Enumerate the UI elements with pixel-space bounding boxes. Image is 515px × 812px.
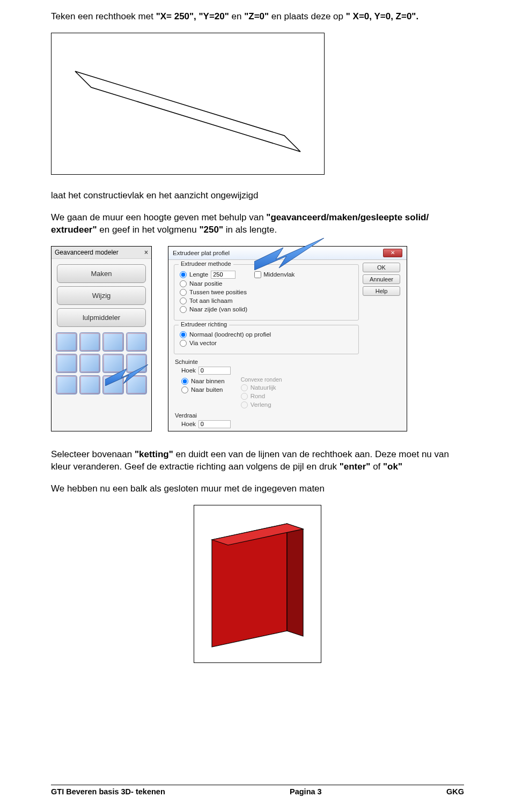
text: en geef in het volgmenu [97,225,200,235]
radio-input [241,393,248,400]
field-label: Hoek [181,421,196,427]
tool-icon[interactable] [56,375,77,394]
radio-input[interactable] [180,289,187,296]
radio-label: Verleng [251,401,271,408]
toolbox-panel: Geavanceerd modeler × Maken Wijzig lulpm… [51,246,152,431]
radio-input[interactable] [181,378,188,385]
radio-input[interactable] [180,331,187,338]
radio-label: Normaal (loodrecht) op profiel [189,331,271,338]
para-1: Teken een rechthoek met "X= 250", "Y=20"… [51,11,464,23]
close-icon[interactable]: × [144,249,148,256]
section-label: Verdraai [175,412,401,419]
radio-input[interactable] [181,386,188,393]
text-bold: " X=0, Y=0, Z=0". [346,11,418,21]
text: Teken een rechthoek met [51,11,156,21]
text-bold: "enter" [340,461,371,472]
text-bold: "ok" [383,461,402,472]
radio-label: Lengte [189,271,208,278]
tool-icon[interactable] [56,354,77,373]
section-label: Schuinte [175,359,401,365]
radio-positie[interactable]: Naar positie [180,280,353,287]
text-bold: "Z=0" [244,11,269,21]
hulpmiddelen-button[interactable]: lulpmiddeler [57,308,146,327]
text-bold: "250" [199,225,223,235]
radio-tussen[interactable]: Tussen twee posities [180,289,353,296]
verdraai-hoek-input[interactable] [198,420,231,428]
toolbox-title: Geavanceerd modeler [55,249,119,256]
radio-label: Natuurlijk [251,384,276,391]
figure-red-solid [194,505,321,663]
tool-icon[interactable] [79,354,101,373]
page-footer: GTI Beveren basis 3D- tekenen Pagina 3 G… [51,785,464,796]
radio-buiten[interactable]: Naar buiten [181,386,225,393]
radio-input[interactable] [180,297,187,304]
radio-rond: Rond [241,393,282,400]
radio-label: Rond [251,393,266,399]
extrude-dialog: Extrudeer plat profiel ✕ OK Annuleer Hel… [168,246,407,431]
figure-rectangle-strip [51,33,325,175]
window-close-icon[interactable]: ✕ [383,249,402,257]
arrow-icon [254,238,324,270]
tool-icon[interactable] [126,332,148,352]
footer-page-number: Pagina 3 [290,787,322,796]
radio-input[interactable] [180,340,187,347]
radio-natuurlijk: Natuurlijk [241,384,282,391]
radio-lengte[interactable]: Lengte Middenvlak [180,271,353,279]
radio-input [241,384,248,391]
panels-row: Geavanceerd modeler × Maken Wijzig lulpm… [51,246,464,431]
text: Selecteer bovenaan [51,449,135,459]
radio-normaal[interactable]: Normaal (loodrecht) op profiel [180,331,353,338]
radio-label: Tot aan lichaam [189,297,233,304]
wijzig-button[interactable]: Wijzig [57,286,146,305]
group-label: Extrudeer richting [179,321,229,327]
footer-right: GKG [446,787,464,796]
tool-icon[interactable] [79,332,101,352]
radio-label: Naar zijde (van solid) [189,306,247,312]
radio-binnen[interactable]: Naar binnen [181,378,225,385]
radio-verleng: Verleng [241,401,282,408]
radio-label: Naar positie [189,280,222,287]
lengte-input[interactable] [211,271,236,279]
svg-marker-1 [105,364,148,386]
checkbox-middenvlak[interactable] [254,271,261,278]
para-4: Selecteer bovenaan "ketting" en duidt ee… [51,449,464,473]
radio-label: Tussen twee posities [189,289,247,295]
para-5: We hebben nu een balk als gesloten muur … [51,483,464,495]
hoek-input[interactable] [198,367,231,375]
para-2: laat het constructievlak en het aanzicht… [51,190,464,202]
maken-button[interactable]: Maken [57,264,146,283]
para-3: We gaan de muur een hoogte geven met beh… [51,212,464,236]
toolbox-icon-grid [52,329,151,398]
toolbox-title-bar: Geavanceerd modeler × [52,247,151,259]
radio-label: Naar buiten [191,386,223,393]
checkbox-label: Middenvlak [263,271,295,278]
group-label: Extrudeer methode [179,260,233,267]
text-bold: "X= 250", "Y=20" [156,11,229,21]
radio-label: Via vector [189,340,217,346]
svg-marker-0 [75,71,300,152]
radio-input[interactable] [180,271,187,278]
tool-icon[interactable] [56,332,77,352]
arrow-icon [105,364,148,386]
svg-marker-4 [287,524,303,636]
svg-marker-2 [254,238,324,270]
footer-left: GTI Beveren basis 3D- tekenen [51,787,165,796]
text-bold: "ketting" [135,449,173,459]
dialog-title: Extrudeer plat profiel [173,250,230,256]
text: We gaan de muur een hoogte geven met beh… [51,212,266,222]
text: in als lengte. [223,225,277,235]
radio-label: Naar binnen [191,378,225,384]
radio-vector[interactable]: Via vector [180,340,353,347]
tool-icon[interactable] [102,332,124,352]
tool-icon[interactable] [79,375,101,394]
radio-lichaam[interactable]: Tot aan lichaam [180,297,353,304]
radio-input[interactable] [180,306,187,313]
text: en [229,11,244,21]
radio-input[interactable] [180,280,187,287]
field-label: Hoek [181,367,196,374]
text: of [370,461,383,472]
text: en plaats deze op [269,11,346,21]
subsection-label: Convexe ronden [241,376,282,383]
radio-zijde[interactable]: Naar zijde (van solid) [180,306,353,313]
radio-input [241,401,248,408]
